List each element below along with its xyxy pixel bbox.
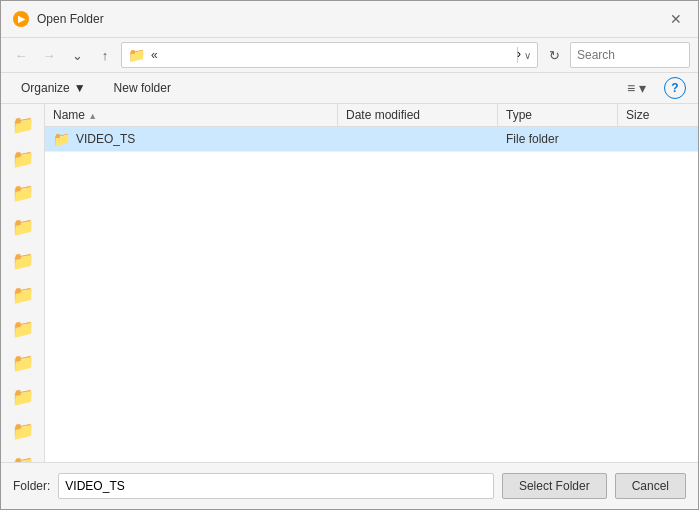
sort-arrow-icon: ▲ <box>88 111 97 121</box>
sidebar-folder-icon: 📁 <box>12 318 34 340</box>
cancel-button[interactable]: Cancel <box>615 473 686 499</box>
sidebar-item[interactable]: 📁 <box>1 210 44 244</box>
column-name[interactable]: Name ▲ <box>45 104 338 126</box>
address-sep: › <box>517 47 518 63</box>
dialog-title: Open Folder <box>37 12 104 26</box>
sidebar-folder-icon: 📁 <box>12 284 34 306</box>
column-size[interactable]: Size <box>618 104 698 126</box>
organize-button[interactable]: Organize ▼ <box>13 78 94 98</box>
sidebar-item[interactable]: 📁 <box>1 380 44 414</box>
address-text: « <box>151 48 511 62</box>
vlc-icon: ▶ <box>13 11 29 27</box>
search-input[interactable] <box>577 48 699 62</box>
sidebar-item[interactable]: 📁 <box>1 312 44 346</box>
sidebar-folder-icon: 📁 <box>12 148 34 170</box>
sidebar-folder-icon: 📁 <box>12 386 34 408</box>
address-bar[interactable]: 📁 « › ∨ <box>121 42 538 68</box>
view-mode-button[interactable]: ≡ ▾ <box>621 77 652 99</box>
sidebar: 📁 📁 📁 📁 📁 📁 📁 📁 📁 📁 📁 📁 <box>1 104 45 462</box>
folder-label: Folder: <box>13 479 50 493</box>
sidebar-item[interactable]: 📁 <box>1 346 44 380</box>
sidebar-item[interactable]: 📁 <box>1 448 44 462</box>
folder-input[interactable] <box>58 473 494 499</box>
refresh-button[interactable]: ↻ <box>542 43 566 67</box>
address-folder-icon: 📁 <box>128 47 145 63</box>
column-date-modified[interactable]: Date modified <box>338 104 498 126</box>
file-size-cell <box>618 127 698 151</box>
search-box: 🔍 <box>570 42 690 68</box>
file-name: VIDEO_TS <box>76 132 135 146</box>
bottom-bar: Folder: Select Folder Cancel <box>1 462 698 509</box>
back-button[interactable]: ← <box>9 43 33 67</box>
sidebar-folder-icon: 📁 <box>12 114 34 136</box>
file-name-cell: 📁 VIDEO_TS <box>45 127 338 151</box>
column-type[interactable]: Type <box>498 104 618 126</box>
sidebar-item[interactable]: 📁 <box>1 414 44 448</box>
table-row[interactable]: 📁 VIDEO_TS File folder <box>45 127 698 152</box>
folder-icon: 📁 <box>53 131 70 147</box>
sidebar-folder-icon: 📁 <box>12 454 34 462</box>
new-folder-button[interactable]: New folder <box>106 78 179 98</box>
sidebar-folder-icon: 📁 <box>12 352 34 374</box>
sidebar-item[interactable]: 📁 <box>1 244 44 278</box>
nav-bar: ← → ⌄ ↑ 📁 « › ∨ ↻ 🔍 <box>1 38 698 73</box>
select-folder-button[interactable]: Select Folder <box>502 473 607 499</box>
sidebar-item[interactable]: 📁 <box>1 142 44 176</box>
close-button[interactable]: ✕ <box>666 9 686 29</box>
sidebar-folder-icon: 📁 <box>12 250 34 272</box>
forward-button[interactable]: → <box>37 43 61 67</box>
main-content: 📁 📁 📁 📁 📁 📁 📁 📁 📁 📁 📁 📁 Name ▲ Date modi… <box>1 104 698 462</box>
address-chevron-icon: ∨ <box>524 50 531 61</box>
toolbar: Organize ▼ New folder ≡ ▾ ? <box>1 73 698 104</box>
sidebar-folder-icon: 📁 <box>12 420 34 442</box>
sidebar-item[interactable]: 📁 <box>1 278 44 312</box>
file-list-header: Name ▲ Date modified Type Size <box>45 104 698 127</box>
help-button[interactable]: ? <box>664 77 686 99</box>
title-bar-left: ▶ Open Folder <box>13 11 104 27</box>
recent-locations-button[interactable]: ⌄ <box>65 43 89 67</box>
file-list-area: Name ▲ Date modified Type Size 📁 VIDEO_T… <box>45 104 698 462</box>
file-date-cell <box>338 127 498 151</box>
sidebar-folder-icon: 📁 <box>12 216 34 238</box>
sidebar-item[interactable]: 📁 <box>1 176 44 210</box>
up-button[interactable]: ↑ <box>93 43 117 67</box>
title-bar: ▶ Open Folder ✕ <box>1 1 698 38</box>
open-folder-dialog: ▶ Open Folder ✕ ← → ⌄ ↑ 📁 « › ∨ ↻ 🔍 Orga… <box>0 0 699 510</box>
sidebar-folder-icon: 📁 <box>12 182 34 204</box>
file-type-cell: File folder <box>498 127 618 151</box>
sidebar-item[interactable]: 📁 <box>1 108 44 142</box>
